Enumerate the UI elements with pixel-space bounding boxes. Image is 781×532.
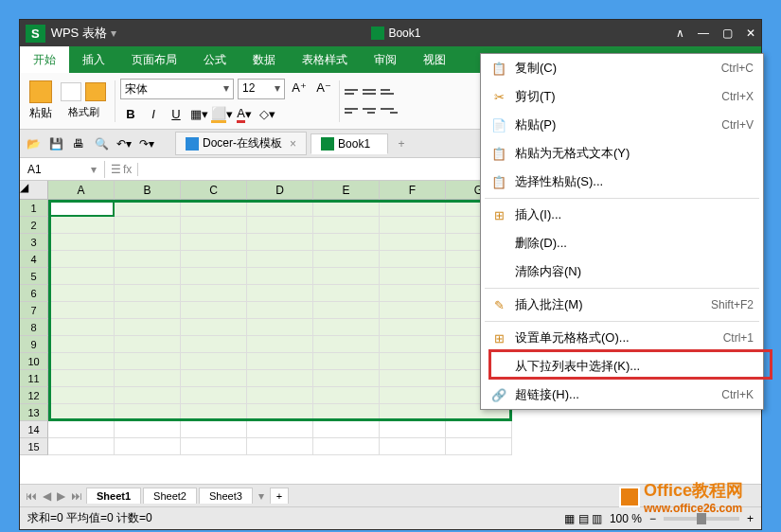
cell[interactable]	[48, 421, 115, 438]
row-header[interactable]: 6	[20, 285, 48, 302]
sheet-tab-2[interactable]: Sheet2	[143, 488, 197, 504]
close-icon[interactable]: ×	[290, 137, 296, 151]
sheet-nav-prev-icon[interactable]: ◀	[41, 489, 53, 503]
menu-tab-view[interactable]: 视图	[410, 46, 459, 73]
cell[interactable]	[115, 200, 181, 217]
cell[interactable]	[247, 302, 313, 319]
menu-tab-start[interactable]: 开始	[20, 46, 69, 73]
cell[interactable]	[446, 438, 512, 455]
cell[interactable]	[115, 370, 181, 387]
align-middle-button[interactable]	[363, 84, 380, 99]
row-header[interactable]: 7	[20, 302, 48, 319]
cell[interactable]	[380, 217, 446, 234]
cell[interactable]	[380, 353, 446, 370]
context-menu-item[interactable]: ⊞设置单元格格式(O)...Ctrl+1	[481, 324, 763, 352]
font-name-dropdown[interactable]: 宋体	[120, 79, 234, 99]
cell[interactable]	[247, 353, 313, 370]
document-tab-docer[interactable]: Docer-在线模板 ×	[175, 132, 307, 155]
context-menu-item[interactable]: ✂剪切(T)Ctrl+X	[481, 82, 763, 111]
cell[interactable]	[115, 353, 181, 370]
cell[interactable]	[181, 336, 247, 353]
print-preview-button[interactable]: 🔍	[92, 134, 111, 153]
open-button[interactable]: 📂	[24, 134, 43, 153]
fill-color-button[interactable]: ⬜▾	[211, 105, 232, 124]
cell[interactable]	[48, 353, 115, 370]
align-bottom-button[interactable]	[381, 84, 398, 99]
context-menu-item[interactable]: 从下拉列表中选择(K)...	[481, 352, 763, 381]
cell[interactable]	[181, 200, 247, 217]
cell[interactable]	[247, 234, 313, 251]
row-header[interactable]: 11	[20, 370, 48, 387]
clear-format-button[interactable]: ◇▾	[257, 105, 277, 124]
paste-button[interactable]: 粘贴	[29, 80, 52, 121]
menu-tab-data[interactable]: 数据	[240, 46, 289, 73]
align-top-button[interactable]	[345, 84, 362, 99]
row-header[interactable]: 9	[20, 336, 48, 353]
cell[interactable]	[48, 319, 115, 336]
sheet-tab-3[interactable]: Sheet3	[199, 488, 253, 504]
cell[interactable]	[313, 336, 380, 353]
cell[interactable]	[313, 353, 380, 370]
cell[interactable]	[380, 387, 446, 404]
cell[interactable]	[247, 370, 313, 387]
cell[interactable]	[446, 421, 512, 438]
context-menu-item[interactable]: 🔗超链接(H)...Ctrl+K	[481, 381, 763, 409]
cell[interactable]	[181, 302, 247, 319]
cell[interactable]	[247, 285, 313, 302]
cell[interactable]	[181, 387, 247, 404]
document-tab-book1[interactable]: Book1	[311, 133, 388, 154]
cell[interactable]	[313, 438, 380, 455]
context-menu-item[interactable]: 📋选择性粘贴(S)...	[481, 168, 763, 196]
cell[interactable]	[380, 370, 446, 387]
sheet-nav-last-icon[interactable]: ⏭	[69, 489, 84, 503]
cell[interactable]	[115, 251, 181, 268]
cell[interactable]	[247, 200, 313, 217]
cell[interactable]	[247, 387, 313, 404]
cell[interactable]	[313, 200, 380, 217]
row-header[interactable]: 4	[20, 251, 48, 268]
cell[interactable]	[181, 251, 247, 268]
cell[interactable]	[247, 336, 313, 353]
cell[interactable]	[181, 438, 247, 455]
cell[interactable]	[48, 387, 115, 404]
menu-tab-tablestyle[interactable]: 表格样式	[289, 46, 361, 73]
row-header[interactable]: 14	[20, 421, 48, 438]
cell[interactable]	[247, 251, 313, 268]
save-button[interactable]: 💾	[46, 134, 65, 153]
view-mode-icons[interactable]: ▦ ▤ ▥	[564, 512, 602, 525]
cell[interactable]	[380, 336, 446, 353]
copy-button[interactable]	[61, 82, 81, 101]
cell[interactable]	[181, 353, 247, 370]
row-header[interactable]: 10	[20, 353, 48, 370]
zoom-slider[interactable]	[664, 517, 739, 521]
sheet-nav-first-icon[interactable]: ⏮	[24, 489, 39, 503]
row-header[interactable]: 5	[20, 268, 48, 285]
cell[interactable]	[247, 404, 313, 421]
font-color-button[interactable]: A▾	[234, 105, 255, 124]
cell[interactable]	[181, 234, 247, 251]
cell[interactable]	[115, 285, 181, 302]
row-header[interactable]: 1	[20, 200, 48, 217]
row-header[interactable]: 2	[20, 217, 48, 234]
cell[interactable]	[313, 387, 380, 404]
align-center-button[interactable]	[363, 103, 380, 118]
context-menu-item[interactable]: ✎插入批注(M)Shift+F2	[481, 291, 763, 319]
menu-tab-review[interactable]: 审阅	[361, 46, 410, 73]
zoom-in-button[interactable]: +	[747, 512, 754, 525]
select-all-corner[interactable]: ◢	[20, 181, 48, 200]
cell[interactable]	[48, 217, 115, 234]
cell[interactable]	[48, 438, 115, 455]
cell[interactable]	[380, 438, 446, 455]
menu-tab-formula[interactable]: 公式	[190, 46, 240, 73]
cell[interactable]	[313, 285, 380, 302]
cell[interactable]	[313, 302, 380, 319]
cell[interactable]	[48, 234, 115, 251]
name-box[interactable]: A1▾	[20, 161, 105, 178]
add-sheet-button[interactable]: +	[270, 488, 289, 504]
cell[interactable]	[48, 404, 115, 421]
cell[interactable]	[48, 370, 115, 387]
cell[interactable]	[380, 200, 446, 217]
cell[interactable]	[115, 404, 181, 421]
cell[interactable]	[247, 268, 313, 285]
column-header[interactable]: A	[48, 181, 115, 200]
